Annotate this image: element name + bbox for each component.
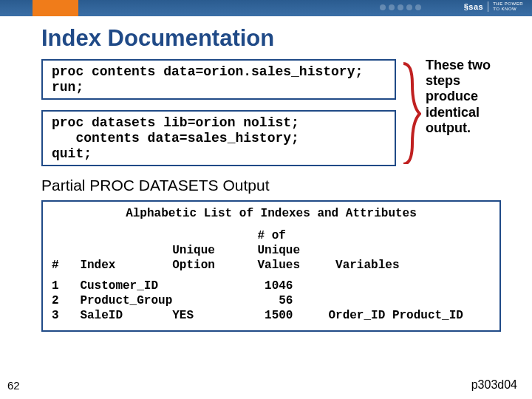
code-section: proc contents data=orion.sales_history; … xyxy=(41,59,499,166)
header-bar: §sas THE POWERTO KNOW xyxy=(0,0,532,16)
side-note: These two steps produce identical output… xyxy=(426,58,514,136)
decorative-dots xyxy=(380,4,421,10)
output-title: Alphabetic List of Indexes and Attribute… xyxy=(52,206,491,221)
header-row: Unique Unique xyxy=(52,243,491,258)
brand-logo: §sas THE POWERTO KNOW xyxy=(464,1,523,12)
table-row: 2 Product_Group 56 xyxy=(52,293,491,308)
table-row: 3 SaleID YES 1500 Order_ID Product_ID xyxy=(52,308,491,323)
output-heading: Partial PROC DATASETS Output xyxy=(41,177,532,194)
brand-text: §sas xyxy=(464,2,483,11)
curly-brace-icon xyxy=(400,62,421,164)
output-box: Alphabetic List of Indexes and Attribute… xyxy=(41,200,501,332)
code-block-1: proc contents data=orion.sales_history; … xyxy=(41,59,396,100)
reference-code: p303d04 xyxy=(471,378,517,392)
header-row: # Index Option Values Variables xyxy=(52,258,491,273)
accent-block xyxy=(33,0,78,16)
brand-tagline: THE POWERTO KNOW xyxy=(493,1,523,12)
code-block-2: proc datasets lib=orion nolist; contents… xyxy=(41,110,396,166)
header-row: # of xyxy=(52,228,491,243)
page-title: Index Documentation xyxy=(41,25,532,52)
page-number: 62 xyxy=(7,379,20,392)
table-row: 1 Customer_ID 1046 xyxy=(52,279,491,293)
divider xyxy=(488,1,488,12)
